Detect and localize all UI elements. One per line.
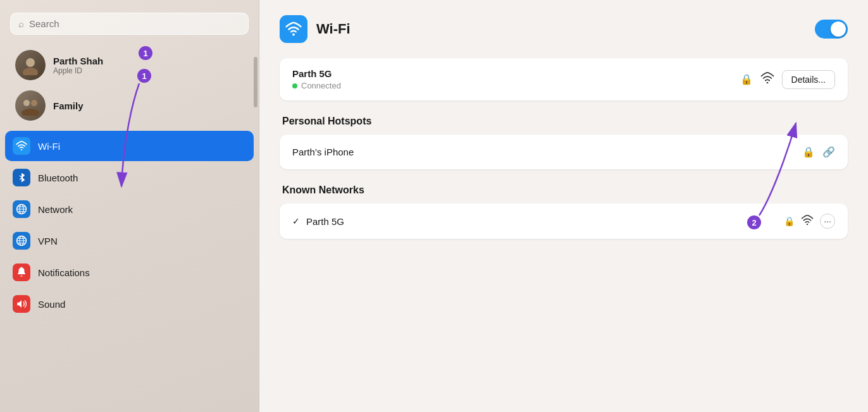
sidebar-item-wifi[interactable]: Wi-Fi bbox=[5, 131, 254, 161]
hotspot-row: Parth’s iPhone 🔒 🔗 bbox=[280, 135, 848, 169]
network-info: Parth 5G Connected bbox=[292, 68, 341, 90]
network-nav-icon bbox=[13, 200, 30, 218]
main-content: Wi-Fi Parth 5G Connected 🔒 bbox=[259, 0, 868, 412]
personal-hotspots-card: Parth’s iPhone 🔒 🔗 bbox=[280, 135, 848, 169]
apple-id-item[interactable]: Parth Shah Apple ID 1 bbox=[10, 47, 249, 83]
svg-point-3 bbox=[31, 100, 37, 106]
current-network-name: Parth 5G bbox=[292, 68, 341, 79]
family-info: Family bbox=[53, 100, 84, 111]
wifi-header: Wi-Fi bbox=[280, 15, 848, 43]
sidebar-item-vpn[interactable]: VPN bbox=[5, 226, 254, 256]
svg-point-18 bbox=[292, 33, 295, 36]
known-info: ✓ Parth 5G bbox=[292, 216, 344, 227]
hotspot-actions: 🔒 🔗 bbox=[802, 146, 835, 158]
bluetooth-nav-icon bbox=[13, 169, 30, 186]
details-button[interactable]: Details... bbox=[782, 70, 835, 89]
wifi-title-section: Wi-Fi bbox=[280, 15, 350, 43]
user-name: Parth Shah bbox=[53, 56, 103, 66]
notifications-nav-icon bbox=[13, 264, 30, 281]
svg-point-1 bbox=[23, 68, 38, 75]
bluetooth-nav-label: Bluetooth bbox=[38, 173, 78, 183]
hotspot-lock-icon: 🔒 bbox=[802, 146, 815, 158]
scrollbar-thumb[interactable] bbox=[254, 57, 257, 107]
sound-nav-label: Sound bbox=[38, 299, 65, 310]
known-network-row: ✓ Parth 5G 🔒 ··· bbox=[280, 203, 848, 239]
connected-dot bbox=[292, 83, 297, 88]
personal-hotspots-header: Personal Hotspots bbox=[280, 116, 848, 127]
wifi-nav-icon bbox=[13, 137, 30, 155]
search-input[interactable] bbox=[29, 18, 240, 29]
known-network-name: Parth 5G bbox=[306, 216, 344, 227]
search-bar[interactable]: ⌕ bbox=[10, 13, 249, 35]
sound-nav-icon bbox=[13, 295, 30, 313]
network-actions: 🔒 Details... bbox=[740, 70, 835, 89]
avatar-image bbox=[15, 50, 46, 80]
svg-point-0 bbox=[26, 58, 35, 67]
family-avatar bbox=[15, 90, 46, 121]
known-networks-card: ✓ Parth 5G 🔒 ··· bbox=[280, 203, 848, 239]
hotspot-link-icon: 🔗 bbox=[822, 146, 835, 158]
user-section: Parth Shah Apple ID 1 Family bbox=[0, 45, 259, 131]
svg-point-4 bbox=[22, 109, 39, 116]
lock-icon: 🔒 bbox=[740, 73, 753, 85]
vpn-nav-icon bbox=[13, 232, 30, 250]
connected-status: Connected bbox=[292, 81, 341, 90]
known-actions: 🔒 ··· bbox=[784, 214, 835, 229]
wifi-nav-label: Wi-Fi bbox=[38, 141, 60, 152]
svg-point-2 bbox=[23, 100, 30, 106]
notifications-nav-label: Notifications bbox=[38, 267, 90, 278]
family-label: Family bbox=[53, 100, 84, 111]
wifi-main-title: Wi-Fi bbox=[316, 21, 350, 37]
svg-point-5 bbox=[21, 149, 22, 150]
sidebar: ⌕ Parth Shah Apple ID 1 bbox=[0, 0, 259, 412]
checkmark-icon: ✓ bbox=[292, 216, 300, 226]
svg-marker-17 bbox=[17, 300, 22, 308]
wifi-toggle[interactable] bbox=[815, 20, 848, 39]
hotspot-name: Parth’s iPhone bbox=[292, 147, 354, 157]
family-avatar-image bbox=[15, 90, 46, 121]
sidebar-nav: Wi-Fi Bluetooth Network bbox=[0, 131, 259, 319]
vpn-nav-label: VPN bbox=[38, 236, 58, 246]
svg-point-20 bbox=[807, 224, 808, 225]
svg-rect-16 bbox=[21, 267, 23, 269]
known-lock-icon: 🔒 bbox=[784, 216, 795, 226]
known-wifi-icon bbox=[801, 215, 814, 227]
user-info: Parth Shah Apple ID bbox=[53, 56, 103, 75]
scrollbar-track[interactable] bbox=[254, 51, 257, 399]
annotation-badge-1: 1 bbox=[139, 46, 152, 60]
sidebar-item-network[interactable]: Network bbox=[5, 194, 254, 224]
wifi-main-icon bbox=[280, 15, 307, 43]
sidebar-item-notifications[interactable]: Notifications bbox=[5, 257, 254, 288]
user-avatar bbox=[15, 50, 46, 80]
current-network-row: Parth 5G Connected 🔒 Details... bbox=[280, 58, 848, 100]
network-nav-label: Network bbox=[38, 204, 73, 215]
search-icon: ⌕ bbox=[18, 18, 24, 29]
sidebar-item-bluetooth[interactable]: Bluetooth bbox=[5, 162, 254, 193]
toggle-thumb bbox=[831, 21, 846, 37]
more-options-button[interactable]: ··· bbox=[820, 214, 835, 229]
svg-point-19 bbox=[766, 82, 768, 83]
apple-id-label: Apple ID bbox=[53, 66, 103, 75]
connected-label: Connected bbox=[301, 81, 341, 90]
sidebar-item-sound[interactable]: Sound bbox=[5, 289, 254, 319]
current-network-card: Parth 5G Connected 🔒 Details... bbox=[280, 58, 848, 100]
wifi-signal-icon bbox=[760, 72, 774, 87]
family-item[interactable]: Family bbox=[10, 88, 249, 123]
known-networks-header: Known Networks bbox=[280, 185, 848, 196]
